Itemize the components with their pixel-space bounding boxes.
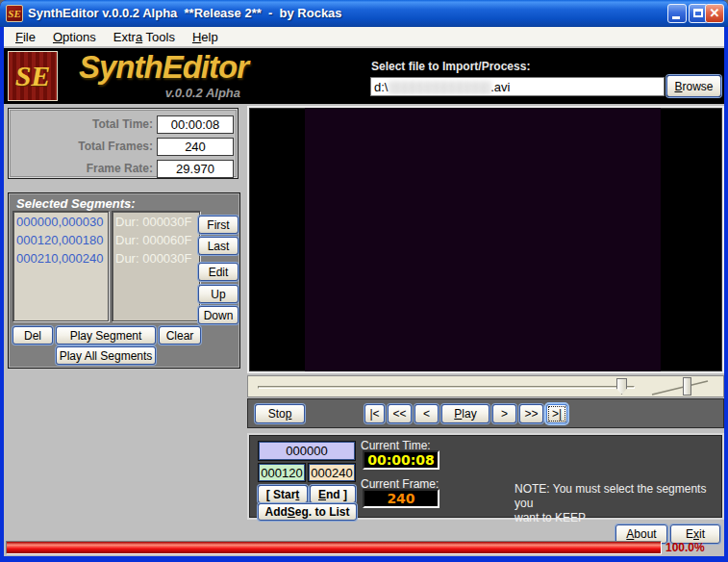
volume-wedge-icon <box>650 378 710 396</box>
info-row-total-time: Total Time: 00:00:08 <box>9 115 236 134</box>
note-text: NOTE: You must select the segments you w… <box>515 482 724 525</box>
add-segment-button[interactable]: Add Seg. to List <box>258 503 357 521</box>
edit-button[interactable]: Edit <box>198 263 238 281</box>
segment-controls-panel: 000000 000120 000240 [ Start End ] Add S… <box>247 433 724 520</box>
video-frame <box>305 108 661 371</box>
last-button[interactable]: Last <box>198 237 238 255</box>
menu-options[interactable]: Options <box>44 28 105 46</box>
frame-rate-label: Frame Rate: <box>87 162 153 176</box>
title-bar[interactable]: SE SynthEditor v.0.0.2 Alpha **Release 2… <box>0 0 728 27</box>
file-path-input[interactable]: d:\▒▒▒▒▒▒▒▒▒▒▒▒▒.avi <box>370 77 665 96</box>
segments-range-list[interactable]: 000000,000030 000120,000180 000210,00024… <box>13 211 109 321</box>
list-item[interactable]: Dur: 000030F <box>115 213 196 231</box>
seek-slider-track[interactable] <box>258 386 635 389</box>
menu-file[interactable]: File <box>7 28 44 46</box>
list-item[interactable]: 000000,000030 <box>16 213 105 231</box>
video-preview <box>247 106 724 373</box>
total-frames-label: Total Frames: <box>78 140 153 154</box>
play-button[interactable]: Play <box>441 404 490 423</box>
progress-bar-fill <box>7 542 661 553</box>
menu-extra-tools[interactable]: Extra Tools <box>105 28 184 46</box>
go-start-button[interactable]: |< <box>364 404 385 423</box>
minimize-icon <box>672 16 680 19</box>
stop-button[interactable]: Stop <box>255 404 305 423</box>
window-title: SynthEditor v.0.0.2 Alpha **Release 2** … <box>28 5 342 22</box>
selected-segments-title: Selected Segments: <box>16 196 136 212</box>
file-path-prefix: d:\ <box>374 80 388 94</box>
transport-bar: Stop |< << < Play > >> >| <box>247 398 724 428</box>
mark-end-button[interactable]: End ] <box>310 485 356 503</box>
total-time-value: 00:00:08 <box>157 115 234 134</box>
list-item[interactable]: 000120,000180 <box>16 231 105 249</box>
menu-bar: File Options Extra Tools Help <box>4 27 724 46</box>
app-logo: SE <box>8 51 58 101</box>
file-select-label: Select file to Import/Process: <box>371 60 530 73</box>
client-area: SE SynthEditor v.0.0.2 Alpha Select file… <box>4 46 724 556</box>
start-frame-field[interactable]: 000120 <box>259 464 305 481</box>
segments-duration-list[interactable]: Dur: 000030F Dur: 000060F Dur: 000030F <box>112 211 200 321</box>
up-button[interactable]: Up <box>198 285 238 303</box>
file-path-masked: ▒▒▒▒▒▒▒▒▒▒▒▒▒ <box>388 80 490 94</box>
rewind-button[interactable]: << <box>388 404 412 423</box>
info-row-total-frames: Total Frames: 240 <box>9 138 236 156</box>
play-all-segments-button[interactable]: Play All Segments <box>56 346 156 365</box>
maximize-icon <box>693 9 703 17</box>
browse-button[interactable]: Browse <box>666 75 721 97</box>
go-end-button[interactable]: >| <box>546 404 567 423</box>
down-button[interactable]: Down <box>198 306 238 324</box>
progress-percent: 100.0% <box>665 541 705 554</box>
del-button[interactable]: Del <box>13 326 53 345</box>
close-button[interactable]: ✕ <box>705 4 724 23</box>
frame-rate-value: 29.970 <box>157 160 234 178</box>
mark-start-button[interactable]: [ Start <box>258 485 308 503</box>
list-item[interactable]: Dur: 000030F <box>115 249 196 268</box>
play-segment-button[interactable]: Play Segment <box>56 326 156 345</box>
step-forward-button[interactable]: > <box>492 404 516 423</box>
app-window: SE SynthEditor v.0.0.2 Alpha **Release 2… <box>0 0 728 562</box>
app-version: v.0.0.2 Alpha <box>100 86 240 100</box>
header-banner: SE SynthEditor v.0.0.2 Alpha Select file… <box>4 48 724 104</box>
volume-slider-thumb[interactable] <box>683 377 691 396</box>
total-frames-value: 240 <box>157 138 234 156</box>
file-path-suffix: .avi <box>490 80 510 94</box>
total-time-label: Total Time: <box>92 117 153 132</box>
selected-segments-panel: Selected Segments: 000000,000030 000120,… <box>8 192 240 369</box>
info-row-frame-rate: Frame Rate: 29.970 <box>9 160 236 178</box>
end-frame-field[interactable]: 000240 <box>309 464 355 481</box>
fast-forward-button[interactable]: >> <box>519 404 543 423</box>
note-line-2: want to KEEP <box>515 511 724 525</box>
seek-slider-thumb[interactable] <box>616 378 627 395</box>
menu-help[interactable]: Help <box>184 28 227 46</box>
app-icon: SE <box>6 5 23 22</box>
current-time-display: 00:00:08 <box>363 450 439 470</box>
full-range-field[interactable]: 000000 <box>259 442 355 460</box>
close-icon: ✕ <box>710 6 720 20</box>
minimize-button[interactable] <box>667 4 687 23</box>
first-button[interactable]: First <box>198 216 238 234</box>
app-name: SynthEditor <box>79 49 248 86</box>
note-line-1: NOTE: You must select the segments you <box>515 482 724 511</box>
step-back-button[interactable]: < <box>414 404 439 423</box>
clear-button[interactable]: Clear <box>159 326 201 345</box>
seek-strip <box>247 375 724 397</box>
file-info-panel: Total Time: 00:00:08 Total Frames: 240 F… <box>8 108 238 179</box>
list-item[interactable]: 000210,000240 <box>16 249 105 268</box>
progress-bar <box>6 541 662 554</box>
current-frame-display: 240 <box>363 489 439 508</box>
list-item[interactable]: Dur: 000060F <box>115 231 196 249</box>
